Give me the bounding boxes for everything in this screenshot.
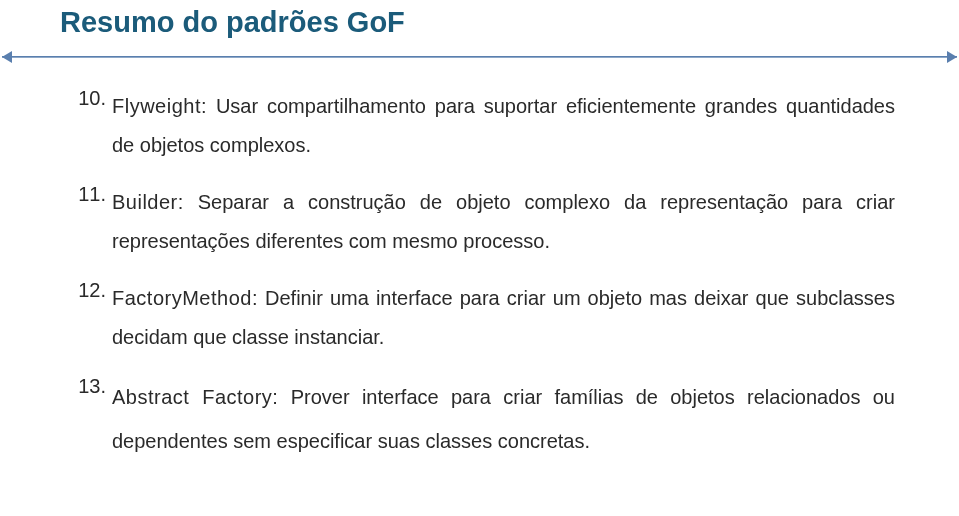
arrow-right-icon: [947, 51, 957, 63]
item-text: Flyweight: Usar compartilhamento para su…: [112, 87, 895, 165]
list-item: 12. FactoryMethod: Definir uma interface…: [64, 279, 895, 357]
pattern-list: 10. Flyweight: Usar compartilhamento par…: [60, 87, 899, 463]
slide-title: Resumo do padrões GoF: [60, 0, 899, 39]
item-text: Builder: Separar a construção de objeto …: [112, 183, 895, 261]
list-item: 10. Flyweight: Usar compartilhamento par…: [64, 87, 895, 165]
item-rest: Usar compartilhamento para suportar efic…: [112, 95, 895, 156]
item-rest: Separar a construção de objeto complexo …: [112, 191, 895, 252]
item-lead: Builder:: [112, 191, 184, 213]
item-text: Abstract Factory: Prover interface para …: [112, 375, 895, 463]
list-item: 13. Abstract Factory: Prover interface p…: [64, 375, 895, 463]
item-text: FactoryMethod: Definir uma interface par…: [112, 279, 895, 357]
slide-page: Resumo do padrões GoF 10. Flyweight: Usa…: [0, 0, 959, 516]
item-lead: FactoryMethod:: [112, 287, 258, 309]
list-item: 11. Builder: Separar a construção de obj…: [64, 183, 895, 261]
divider-line: [2, 56, 957, 58]
item-number: 10.: [64, 87, 106, 110]
item-lead: Abstract Factory:: [112, 386, 278, 408]
item-number: 11.: [64, 183, 106, 206]
item-lead: Flyweight:: [112, 95, 207, 117]
item-number: 12.: [64, 279, 106, 302]
item-number: 13.: [64, 375, 106, 398]
divider-arrow: [60, 51, 899, 63]
arrow-left-icon: [2, 51, 12, 63]
